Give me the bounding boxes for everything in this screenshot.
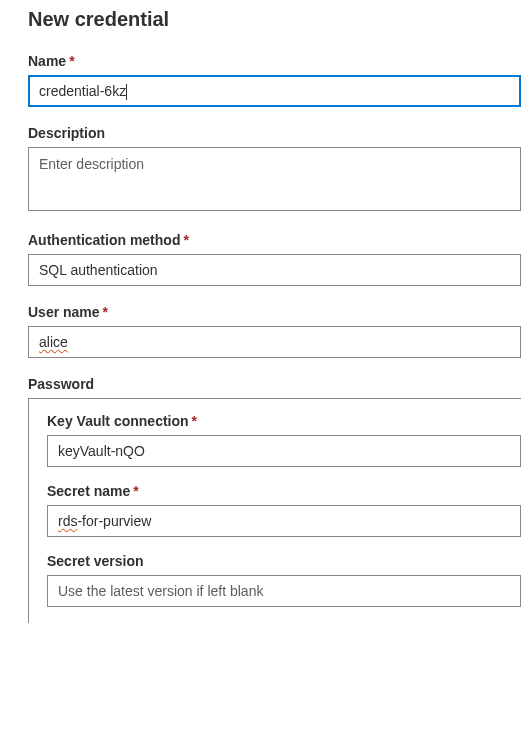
username-input[interactable]: alice <box>28 326 521 358</box>
name-input-value: credential-6kz <box>39 83 126 99</box>
secret-version-label: Secret version <box>47 553 521 569</box>
auth-method-select[interactable]: SQL authentication <box>28 254 521 286</box>
key-vault-label: Key Vault connection* <box>47 413 521 429</box>
name-label-text: Name <box>28 53 66 69</box>
field-auth-method: Authentication method* SQL authenticatio… <box>28 232 521 286</box>
username-label: User name* <box>28 304 521 320</box>
required-indicator: * <box>103 304 108 320</box>
auth-method-label-text: Authentication method <box>28 232 180 248</box>
password-group-box: Key Vault connection* keyVault-nQO Secre… <box>28 398 521 623</box>
text-caret <box>126 84 127 100</box>
field-username: User name* alice <box>28 304 521 358</box>
required-indicator: * <box>183 232 188 248</box>
field-secret-name: Secret name* rds-for-purview <box>47 483 521 537</box>
secret-version-input[interactable]: Use the latest version if left blank <box>47 575 521 607</box>
username-label-text: User name <box>28 304 100 320</box>
key-vault-select[interactable]: keyVault-nQO <box>47 435 521 467</box>
field-key-vault: Key Vault connection* keyVault-nQO <box>47 413 521 467</box>
required-indicator: * <box>192 413 197 429</box>
panel-title: New credential <box>28 8 521 31</box>
required-indicator: * <box>69 53 74 69</box>
field-secret-version: Secret version Use the latest version if… <box>47 553 521 607</box>
auth-method-label: Authentication method* <box>28 232 521 248</box>
secret-version-placeholder: Use the latest version if left blank <box>58 583 263 599</box>
secret-name-label: Secret name* <box>47 483 521 499</box>
username-input-value: alice <box>39 334 68 350</box>
password-label: Password <box>28 376 521 392</box>
name-input[interactable]: credential-6kz <box>28 75 521 107</box>
name-label: Name* <box>28 53 521 69</box>
required-indicator: * <box>133 483 138 499</box>
description-input[interactable] <box>28 147 521 211</box>
field-name: Name* credential-6kz <box>28 53 521 107</box>
description-label: Description <box>28 125 521 141</box>
field-password-group: Password Key Vault connection* keyVault-… <box>28 376 521 623</box>
secret-name-value-suffix: -for-purview <box>77 513 151 529</box>
key-vault-label-text: Key Vault connection <box>47 413 189 429</box>
field-description: Description <box>28 125 521 214</box>
secret-name-input[interactable]: rds-for-purview <box>47 505 521 537</box>
secret-name-value-prefix: rds <box>58 513 77 529</box>
secret-name-label-text: Secret name <box>47 483 130 499</box>
